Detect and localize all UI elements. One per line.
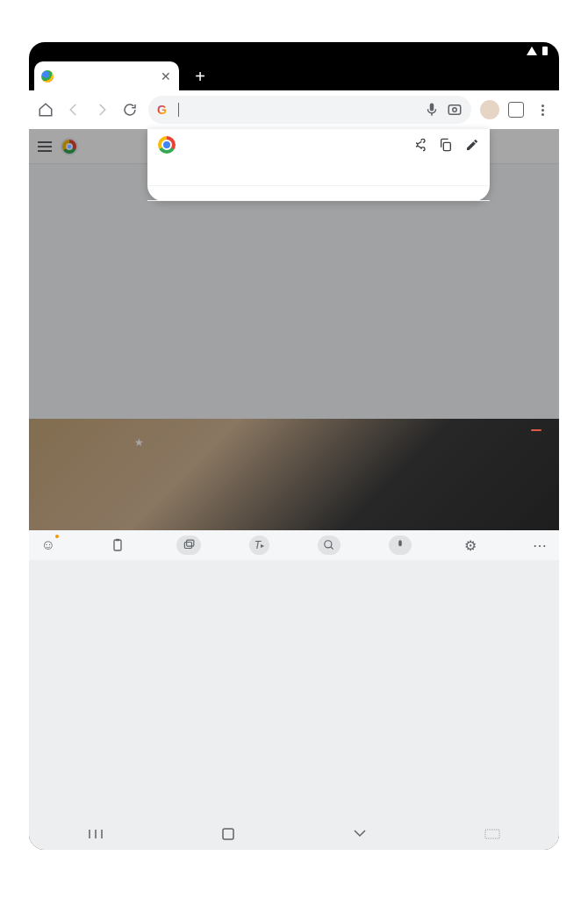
text-icon[interactable]: T▸	[249, 536, 269, 555]
system-navbar	[29, 818, 559, 850]
mic-icon[interactable]	[389, 536, 412, 555]
svg-rect-0	[542, 47, 548, 55]
lens-icon[interactable]	[447, 102, 463, 118]
tab-switcher-button[interactable]	[508, 102, 524, 118]
related-label	[147, 171, 490, 185]
share-icon[interactable]	[412, 138, 427, 152]
emoji-icon[interactable]: ☺	[38, 535, 59, 556]
new-tab-button[interactable]: +	[190, 66, 211, 87]
keyboard	[29, 560, 559, 818]
svg-rect-10	[485, 830, 499, 838]
stack-icon[interactable]	[176, 536, 201, 555]
shortcuts-row	[147, 161, 490, 171]
keyboard-toggle-icon[interactable]	[484, 829, 500, 839]
recent-label	[147, 186, 490, 200]
svg-rect-7	[187, 540, 194, 546]
bookmark-badge	[531, 429, 541, 431]
more-icon[interactable]: ⋯	[529, 535, 550, 556]
recents-button[interactable]	[88, 828, 104, 840]
tab-strip: ✕ +	[29, 60, 559, 90]
keyboard-toolbar: ☺ T▸ ⚙ ⋯	[29, 530, 559, 560]
omnibox-popup	[147, 129, 490, 201]
profile-avatar[interactable]	[480, 100, 499, 119]
page-favicon	[158, 136, 176, 154]
search-icon[interactable]	[318, 536, 341, 555]
reload-button[interactable]	[120, 100, 140, 119]
svg-point-8	[325, 541, 332, 548]
forward-button[interactable]	[92, 100, 111, 119]
omnibox[interactable]: G	[148, 96, 471, 124]
close-tab-icon[interactable]: ✕	[160, 70, 172, 83]
svg-rect-5	[116, 539, 119, 542]
home-button[interactable]	[36, 100, 55, 119]
svg-rect-3	[443, 142, 450, 150]
menu-button[interactable]	[533, 100, 552, 119]
toolbar: G	[29, 90, 559, 129]
edit-icon[interactable]	[465, 138, 479, 152]
back-button-nav[interactable]	[353, 829, 367, 839]
settings-icon[interactable]: ⚙	[460, 535, 481, 556]
clipboard-icon[interactable]	[107, 535, 128, 556]
status-bar	[29, 42, 559, 60]
address-input[interactable]	[188, 104, 417, 117]
recent-suggestions	[147, 200, 490, 201]
copy-icon[interactable]	[439, 138, 453, 152]
home-button-nav[interactable]	[221, 827, 235, 841]
google-logo-icon: G	[157, 103, 171, 117]
svg-rect-9	[223, 829, 233, 839]
svg-rect-4	[114, 540, 121, 550]
voice-search-icon[interactable]	[424, 102, 440, 118]
svg-rect-1	[448, 105, 461, 115]
svg-point-2	[453, 108, 457, 112]
svg-rect-6	[184, 543, 191, 549]
back-button[interactable]	[64, 100, 83, 119]
tab-favicon	[41, 70, 54, 83]
browser-tab[interactable]: ✕	[34, 61, 179, 90]
